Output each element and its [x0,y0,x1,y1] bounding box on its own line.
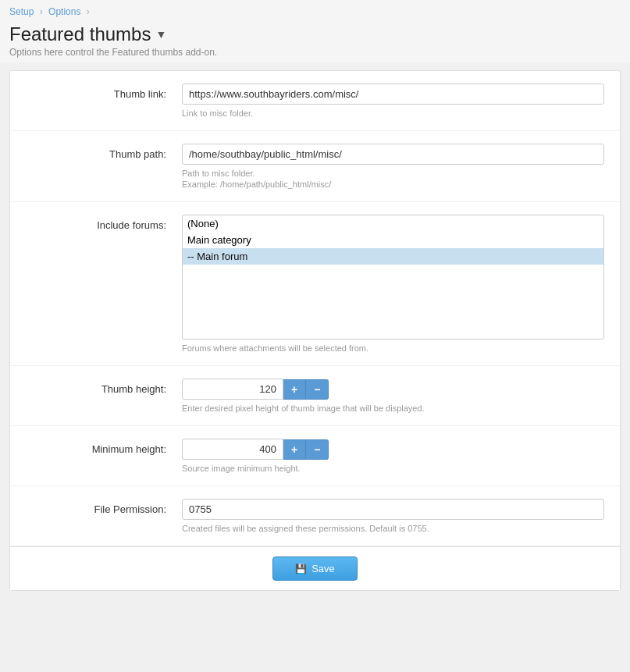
page-wrapper: Setup › Options › Featured thumbs ▼ Opti… [0,0,630,672]
thumb-path-content: Path to misc folder. Example: /home/path… [182,144,604,189]
include-forums-label: Include forums: [26,215,182,231]
minimum-height-input[interactable] [182,439,283,460]
file-permission-hint: Created files will be assigned these per… [182,524,604,533]
file-permission-input[interactable] [182,499,604,520]
include-forums-content: (None) Main category -- Main forum Forum… [182,215,604,353]
minimum-height-label: Minimum height: [26,439,182,455]
file-permission-label: File Permission: [26,499,182,515]
minimum-height-hint: Source image minimum height. [182,464,604,473]
breadcrumb-setup[interactable]: Setup [9,6,34,17]
thumb-path-label: Thumb path: [26,144,182,160]
breadcrumb-options[interactable]: Options [48,6,80,17]
minimum-height-plus-button[interactable]: + [283,439,306,460]
thumb-height-plus-button[interactable]: + [283,379,306,400]
thumb-height-content: + − Enter desired pixel height of thumb … [182,379,604,413]
file-permission-content: Created files will be assigned these per… [182,499,604,533]
thumb-height-group: + − [182,379,604,400]
page-title: Featured thumbs [9,23,151,45]
field-file-permission: File Permission: Created files will be a… [10,486,620,546]
thumb-link-input[interactable] [182,84,604,105]
field-minimum-height: Minimum height: + − Source image minimum… [10,426,620,486]
thumb-height-label: Thumb height: [26,379,182,395]
page-header: Featured thumbs ▼ Options here control t… [0,20,630,62]
minimum-height-content: + − Source image minimum height. [182,439,604,473]
thumb-link-label: Thumb link: [26,84,182,100]
field-thumb-link: Thumb link: Link to misc folder. [10,71,620,131]
thumb-link-content: Link to misc folder. [182,84,604,118]
include-forums-listbox[interactable]: (None) Main category -- Main forum [182,215,604,340]
save-icon: 💾 [295,564,307,574]
forum-option-main-forum[interactable]: -- Main forum [183,248,603,265]
field-thumb-height: Thumb height: + − Enter desired pixel he… [10,366,620,426]
forum-option-none[interactable]: (None) [183,215,603,232]
page-title-container: Featured thumbs ▼ [9,23,621,45]
thumb-path-hint: Path to misc folder. [182,169,604,178]
field-thumb-path: Thumb path: Path to misc folder. Example… [10,131,620,202]
thumb-link-hint: Link to misc folder. [182,108,604,118]
thumb-path-input[interactable] [182,144,604,165]
thumb-height-hint: Enter desired pixel height of thumb imag… [182,404,604,413]
minimum-height-minus-button[interactable]: − [306,439,329,460]
form-panel: Thumb link: Link to misc folder. Thumb p… [9,70,621,591]
forum-option-main-cat[interactable]: Main category [183,232,603,248]
minimum-height-group: + − [182,439,604,460]
breadcrumb-sep-2: › [87,6,90,17]
save-label: Save [311,563,335,574]
thumb-path-example: Example: /home/path/public_html/misc/ [182,180,604,189]
breadcrumb: Setup › Options › [0,0,630,20]
field-include-forums: Include forums: (None) Main category -- … [10,202,620,366]
bottom-bar: 💾 Save [10,546,620,590]
breadcrumb-sep-1: › [40,6,43,17]
title-dropdown-arrow[interactable]: ▼ [155,28,166,41]
thumb-height-input[interactable] [182,379,283,400]
page-subtitle: Options here control the Featured thumbs… [9,47,621,58]
include-forums-hint: Forums where attachments will be selecte… [182,343,604,353]
thumb-height-minus-button[interactable]: − [306,379,329,400]
save-button[interactable]: 💾 Save [272,556,358,581]
